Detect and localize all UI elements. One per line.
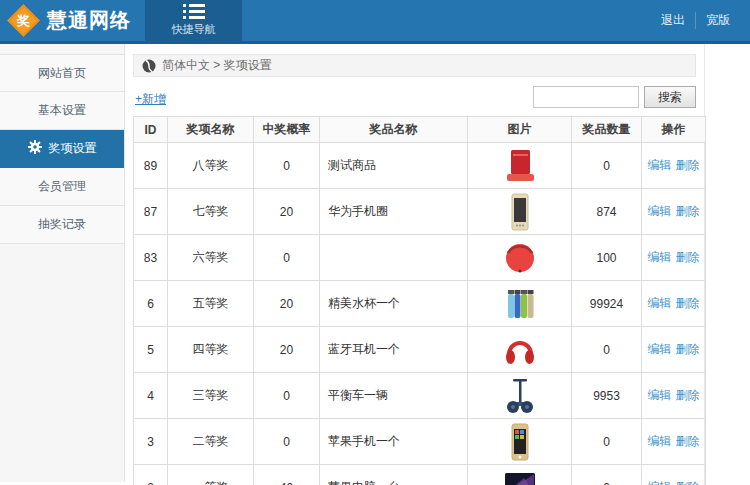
cell-probability: 0 — [254, 235, 320, 281]
delete-link[interactable]: 删除 — [676, 158, 700, 172]
table-row: 83 六等奖 0 100 编辑删除 — [134, 235, 706, 281]
cell-prize: 二等奖 — [168, 419, 254, 465]
prize-logo-icon: 奖 — [7, 4, 40, 37]
cell-quantity: 9953 — [572, 373, 642, 419]
cell-prize: 四等奖 — [168, 327, 254, 373]
gear-icon — [28, 140, 42, 154]
search-input[interactable] — [533, 86, 639, 108]
table-header-row: ID 奖项名称 中奖概率 奖品名称 图片 奖品数量 操作 — [134, 117, 706, 143]
sidebar-nav: 网站首页 基本设置 奖项设置 会员管理 抽奖记录 — [0, 44, 125, 482]
table-row: 6 五等奖 20 精美水杯一个 99924 编辑删除 — [134, 281, 706, 327]
cell-probability: 0 — [254, 143, 320, 189]
col-header-id: ID — [134, 117, 168, 143]
sidebar-item-member-management[interactable]: 会员管理 — [0, 168, 124, 206]
cell-probability: 40 — [254, 465, 320, 485]
cell-probability: 0 — [254, 419, 320, 465]
cell-probability: 20 — [254, 189, 320, 235]
sidebar-item-prize-settings[interactable]: 奖项设置 — [0, 130, 124, 168]
edit-link[interactable]: 编辑 — [648, 250, 672, 264]
table-row: 5 四等奖 20 蓝牙耳机一个 0 编辑删除 — [134, 327, 706, 373]
red-robot-vacuum-image — [500, 238, 540, 278]
edit-link[interactable]: 编辑 — [648, 296, 672, 310]
delete-link[interactable]: 删除 — [676, 388, 700, 402]
cell-probability: 20 — [254, 327, 320, 373]
search-button[interactable]: 搜索 — [644, 86, 696, 108]
gold-phone-image — [500, 192, 540, 232]
col-header-product-name: 奖品名称 — [320, 117, 468, 143]
delete-link[interactable]: 删除 — [676, 480, 700, 485]
wide-version-link[interactable]: 宽版 — [695, 12, 740, 29]
cell-product — [320, 235, 468, 281]
list-menu-icon — [183, 4, 205, 19]
cell-id: 83 — [134, 235, 168, 281]
edit-link[interactable]: 编辑 — [648, 480, 672, 485]
table-row: 2 一等奖 40 苹果电脑一台 0 编辑删除 — [134, 465, 706, 485]
cell-id: 89 — [134, 143, 168, 189]
col-header-quantity: 奖品数量 — [572, 117, 642, 143]
table-row: 3 二等奖 0 苹果手机一个 0 编辑删除 — [134, 419, 706, 465]
colorful-water-cups-image — [500, 284, 540, 324]
cell-quantity: 99924 — [572, 281, 642, 327]
delete-link[interactable]: 删除 — [676, 434, 700, 448]
cell-quantity: 100 — [572, 235, 642, 281]
cell-prize: 七等奖 — [168, 189, 254, 235]
edit-link[interactable]: 编辑 — [648, 158, 672, 172]
cell-product: 苹果手机一个 — [320, 419, 468, 465]
col-header-probability: 中奖概率 — [254, 117, 320, 143]
red-gift-box-image — [500, 146, 540, 186]
cell-prize: 三等奖 — [168, 373, 254, 419]
logo-character: 奖 — [17, 12, 30, 30]
col-header-operations: 操作 — [642, 117, 706, 143]
self-balancing-scooter-image — [500, 376, 540, 416]
delete-link[interactable]: 删除 — [676, 342, 700, 356]
breadcrumb-text: 简体中文 > 奖项设置 — [162, 57, 272, 74]
col-header-prize-name: 奖项名称 — [168, 117, 254, 143]
delete-link[interactable]: 删除 — [676, 296, 700, 310]
imac-computer-image — [500, 468, 540, 485]
sidebar-item-label: 奖项设置 — [49, 141, 97, 155]
sidebar-item-site-home[interactable]: 网站首页 — [0, 54, 124, 92]
globe-icon — [142, 59, 156, 73]
cell-quantity: 874 — [572, 189, 642, 235]
cell-id: 87 — [134, 189, 168, 235]
red-headphones-image — [500, 330, 540, 370]
cell-product: 蓝牙耳机一个 — [320, 327, 468, 373]
add-new-link[interactable]: +新增 — [135, 91, 166, 108]
cell-id: 6 — [134, 281, 168, 327]
prize-table: ID 奖项名称 中奖概率 奖品名称 图片 奖品数量 操作 89 八等奖 0 测 — [133, 116, 706, 485]
cell-product: 测试商品 — [320, 143, 468, 189]
cell-quantity: 0 — [572, 419, 642, 465]
quick-nav-label: 快捷导航 — [172, 22, 216, 37]
cell-quantity: 0 — [572, 143, 642, 189]
cell-probability: 0 — [254, 373, 320, 419]
edit-link[interactable]: 编辑 — [648, 342, 672, 356]
cell-probability: 20 — [254, 281, 320, 327]
logout-link[interactable]: 退出 — [651, 12, 695, 29]
cell-product: 苹果电脑一台 — [320, 465, 468, 485]
edit-link[interactable]: 编辑 — [648, 204, 672, 218]
edit-link[interactable]: 编辑 — [648, 434, 672, 448]
toolbar: +新增 搜索 — [133, 86, 696, 110]
cell-product: 华为手机圈 — [320, 189, 468, 235]
cell-prize: 五等奖 — [168, 281, 254, 327]
table-row: 4 三等奖 0 平衡车一辆 9953 编辑删除 — [134, 373, 706, 419]
sidebar-item-basic-settings[interactable]: 基本设置 — [0, 92, 124, 130]
cell-quantity: 0 — [572, 327, 642, 373]
top-header: 奖 慧通网络 快捷导航 退出 宽版 — [0, 0, 750, 44]
gold-iphone-image — [500, 422, 540, 462]
sidebar-item-lottery-records[interactable]: 抽奖记录 — [0, 206, 124, 244]
cell-quantity: 0 — [572, 465, 642, 485]
cell-id: 5 — [134, 327, 168, 373]
table-row: 87 七等奖 20 华为手机圈 874 编辑删除 — [134, 189, 706, 235]
delete-link[interactable]: 删除 — [676, 204, 700, 218]
breadcrumb: 简体中文 > 奖项设置 — [133, 54, 696, 77]
cell-product: 精美水杯一个 — [320, 281, 468, 327]
brand: 奖 慧通网络 — [0, 0, 145, 41]
quick-nav-button[interactable]: 快捷导航 — [145, 0, 242, 41]
main-content: 简体中文 > 奖项设置 +新增 搜索 ID 奖项名称 — [125, 44, 750, 482]
delete-link[interactable]: 删除 — [676, 250, 700, 264]
edit-link[interactable]: 编辑 — [648, 388, 672, 402]
cell-product: 平衡车一辆 — [320, 373, 468, 419]
cell-prize: 六等奖 — [168, 235, 254, 281]
cell-id: 4 — [134, 373, 168, 419]
